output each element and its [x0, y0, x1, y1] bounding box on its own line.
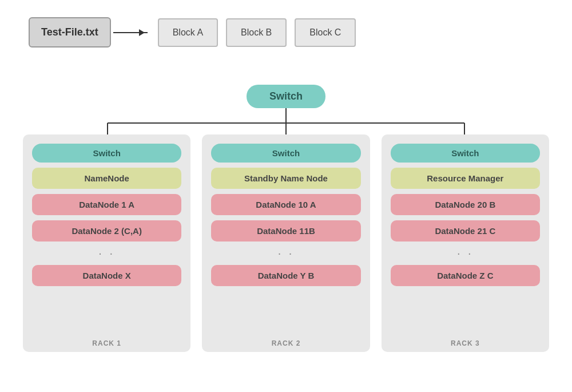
top-row: Test-File.txt Block A Block B Block C — [29, 17, 356, 47]
rack-1: Switch NameNode DataNode 1 A DataNode 2 … — [23, 134, 190, 352]
racks-row: Switch NameNode DataNode 1 A DataNode 2 … — [23, 134, 549, 352]
rack-3-inner: Switch Resource Manager DataNode 20 B Da… — [391, 144, 540, 286]
rack-1-datanode-x: DataNode X — [32, 265, 181, 286]
block-b: Block B — [226, 18, 287, 47]
rack-1-dots: · · — [98, 247, 115, 260]
rack-2-inner: Switch Standby Name Node DataNode 10 A D… — [211, 144, 360, 286]
rack-1-inner: Switch NameNode DataNode 1 A DataNode 2 … — [32, 144, 181, 286]
rack-2-datanode-10a: DataNode 10 A — [211, 194, 360, 215]
block-c: Block C — [295, 18, 356, 47]
rack-2-standby: Standby Name Node — [211, 168, 360, 189]
top-switch-wrapper: Switch — [0, 85, 572, 108]
rack-1-datanode-1a: DataNode 1 A — [32, 194, 181, 215]
rack-2-switch: Switch — [211, 144, 360, 163]
rack-3-datanode-zc: DataNode Z C — [391, 265, 540, 286]
rack-3-datanode-20b: DataNode 20 B — [391, 194, 540, 215]
block-a: Block A — [158, 18, 218, 47]
rack-2-datanode-11b: DataNode 11B — [211, 220, 360, 241]
rack-2-dots: · · — [278, 247, 295, 260]
rack-1-switch: Switch — [32, 144, 181, 163]
rack-2-datanode-yb: DataNode Y B — [211, 265, 360, 286]
rack-1-label: RACK 1 — [92, 339, 121, 347]
rack-3-resource-manager: Resource Manager — [391, 168, 540, 189]
rack-2: Switch Standby Name Node DataNode 10 A D… — [202, 134, 370, 352]
rack-3-switch: Switch — [391, 144, 540, 163]
top-switch: Switch — [247, 85, 325, 108]
rack-1-namenode: NameNode — [32, 168, 181, 189]
rack-3-label: RACK 3 — [451, 339, 480, 347]
rack-2-label: RACK 2 — [272, 339, 301, 347]
diagram: Test-File.txt Block A Block B Block C Sw… — [0, 0, 572, 392]
rack-3: Switch Resource Manager DataNode 20 B Da… — [382, 134, 549, 352]
file-box: Test-File.txt — [29, 17, 111, 47]
rack-3-datanode-21c: DataNode 21 C — [391, 220, 540, 241]
rack-1-datanode-2ca: DataNode 2 (C,A) — [32, 220, 181, 241]
file-to-block-arrow — [113, 32, 148, 33]
rack-3-dots: · · — [457, 247, 474, 260]
